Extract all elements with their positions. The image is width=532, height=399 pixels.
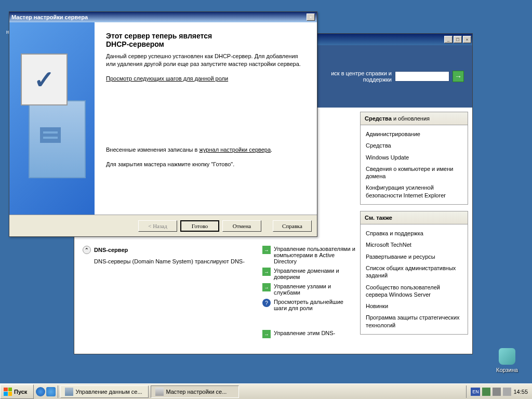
panel-link[interactable]: Средства [361,140,468,151]
close-button[interactable]: × [463,36,471,43]
wizard-text: Внесенные изменения записаны в журнал на… [106,146,305,154]
arrow-icon: → [262,268,271,276]
wizard-content: Этот сервер теперь является DHCP-серверо… [95,22,317,215]
finish-button[interactable]: Готово [180,220,219,232]
wizard-text: Данный сервер успешно установлен как DHC… [106,52,305,69]
minimize-button[interactable]: _ [444,36,453,43]
search-input[interactable] [395,71,449,82]
checkmark-icon: ✓ [21,54,68,105]
dns-description: DNS-серверы (Domain Name System) трансли… [83,256,253,269]
app-icon [65,388,73,396]
arrow-icon: → [262,246,271,254]
dns-section-header[interactable]: ⌃ DNS-сервер [83,244,253,256]
back-button: < Назад [138,220,177,232]
app-icon [155,388,164,396]
tools-panel: Средства и обновления Администрирование … [360,112,468,205]
wizard-sidebar: ✓ [9,22,95,215]
language-indicator[interactable]: EN [471,388,480,396]
panel-link[interactable]: Сообщество пользователей сервера Windows… [361,282,468,301]
tray-icon[interactable] [482,388,490,396]
taskbar-app-button-active[interactable]: Мастер настройки се... [151,385,239,398]
wizard-titlebar: Мастер настройки сервера × [9,12,317,22]
task-link[interactable]: →Управление пользователями и компьютерам… [262,246,356,264]
task-link[interactable]: →Управление доменами и доверием [262,268,356,280]
panel-link[interactable]: Новинки [361,300,468,312]
panel-link[interactable]: Сведения о компьютере и имени домена [361,163,468,182]
panel-header: См. также [361,211,468,224]
server-icon [29,100,86,178]
see-also-panel: См. также Справка и поддержка Microsoft … [360,211,468,335]
wizard-button-bar: < Назад Готово Отмена Справка [9,215,317,236]
arrow-icon: → [262,330,271,338]
help-icon: ? [262,299,271,307]
panel-link[interactable]: Программа защиты стратегических технолог… [361,312,468,331]
recycle-bin-icon [499,348,515,365]
panel-link[interactable]: Список общих административных заданий [361,262,468,282]
panel-link[interactable]: Справка и поддержка [361,228,468,239]
wizard-title: Мастер настройки сервера [11,14,305,20]
help-button[interactable]: Справка [273,220,312,232]
taskbar-app-button[interactable]: Управление данным се... [60,385,149,398]
panel-header: Средства и обновления [361,112,468,125]
tray-icon[interactable] [493,388,501,396]
quick-launch [34,385,58,398]
ie-icon[interactable] [36,387,45,396]
clock[interactable]: 14:55 [513,389,528,395]
maximize-button[interactable]: □ [454,36,462,43]
task-link[interactable]: ?Просмотреть дальнейшие шаги для роли [262,299,356,311]
next-steps-link[interactable]: Просмотр следующих шагов для данной роли [106,75,228,82]
search-label: иск в центре справки и поддержки [331,70,392,83]
arrow-icon: → [262,283,271,291]
chevron-up-icon[interactable]: ⌃ [83,246,91,254]
taskbar: Пуск Управление данным се... Мастер наст… [0,383,532,399]
wizard-text: Для закрытия мастера нажмите кнопку "Гот… [106,161,305,168]
wizard-heading: Этот сервер теперь является DHCP-серверо… [106,32,305,48]
tray-icon[interactable] [503,388,511,396]
panel-link[interactable]: Windows Update [361,152,468,163]
system-tray: EN 14:55 [466,385,532,398]
task-link[interactable]: →Управление узлами и службами [262,283,356,296]
cancel-button[interactable]: Отмена [222,220,261,232]
recycle-bin[interactable]: Корзина [491,348,523,373]
log-link[interactable]: журнал настройки сервера [200,147,271,153]
windows-logo-icon [4,388,12,396]
panel-link[interactable]: Конфигурация усиленной безопасности Inte… [361,182,468,201]
task-link[interactable]: →Управление этим DNS- [262,330,356,338]
sidebar: Средства и обновления Администрирование … [360,112,468,350]
start-button[interactable]: Пуск [0,384,34,399]
panel-link[interactable]: Развертывание и ресурсы [361,251,468,262]
close-button[interactable]: × [307,14,315,21]
panel-link[interactable]: Microsoft TechNet [361,239,468,250]
recycle-bin-label: Корзина [491,367,523,373]
wizard-window: Мастер настройки сервера × ✓ Этот сервер… [9,11,317,237]
outlook-icon[interactable] [46,387,56,396]
search-go-button[interactable]: → [453,71,464,82]
panel-link[interactable]: Администрирование [361,128,468,140]
